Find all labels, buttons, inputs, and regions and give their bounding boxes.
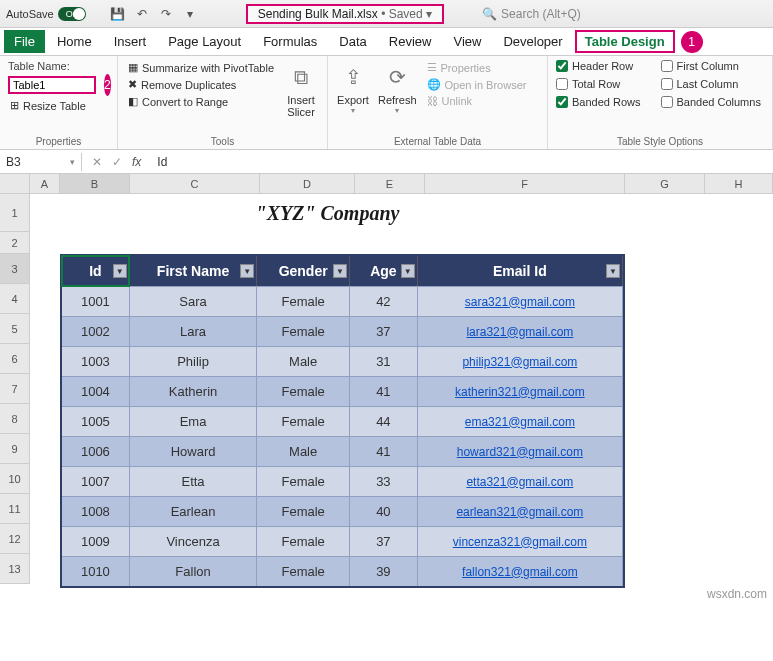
filter-icon[interactable]: ▼ <box>240 264 254 278</box>
cell-age[interactable]: 31 <box>350 346 418 376</box>
cell-firstname[interactable]: Ema <box>130 406 258 436</box>
table-row[interactable]: 1005EmaFemale44ema321@gmail.com <box>62 406 623 436</box>
cell-email[interactable]: earlean321@gmail.com <box>418 496 623 526</box>
th-id[interactable]: Id▼ <box>62 256 130 286</box>
cell-email[interactable]: vincenza321@gmail.com <box>418 526 623 556</box>
tab-view[interactable]: View <box>443 30 491 53</box>
undo-icon[interactable]: ↶ <box>134 6 150 22</box>
refresh-button[interactable]: ⟳Refresh▾ <box>378 60 417 134</box>
cell-id[interactable]: 1006 <box>62 436 130 466</box>
cell-email[interactable]: sara321@gmail.com <box>418 286 623 316</box>
chk-header-row[interactable]: Header Row <box>556 60 641 72</box>
cell-firstname[interactable]: Sara <box>130 286 258 316</box>
cell-email[interactable]: etta321@gmail.com <box>418 466 623 496</box>
row-12[interactable]: 12 <box>0 524 30 554</box>
cell-firstname[interactable]: Katherin <box>130 376 258 406</box>
cancel-icon[interactable]: ✕ <box>92 155 102 169</box>
col-C[interactable]: C <box>130 174 260 194</box>
save-icon[interactable]: 💾 <box>110 6 126 22</box>
row-9[interactable]: 9 <box>0 434 30 464</box>
cell-age[interactable]: 33 <box>350 466 418 496</box>
cell-firstname[interactable]: Earlean <box>130 496 258 526</box>
th-age[interactable]: Age▼ <box>350 256 418 286</box>
col-F[interactable]: F <box>425 174 625 194</box>
chk-first-column[interactable]: First Column <box>661 60 761 72</box>
chk-banded-rows[interactable]: Banded Rows <box>556 96 641 108</box>
cell-gender[interactable]: Female <box>257 496 350 526</box>
tab-review[interactable]: Review <box>379 30 442 53</box>
col-G[interactable]: G <box>625 174 705 194</box>
cell-gender[interactable]: Male <box>257 346 350 376</box>
table-row[interactable]: 1002LaraFemale37lara321@gmail.com <box>62 316 623 346</box>
cell-email[interactable]: ema321@gmail.com <box>418 406 623 436</box>
cell-id[interactable]: 1005 <box>62 406 130 436</box>
cell-id[interactable]: 1009 <box>62 526 130 556</box>
row-11[interactable]: 11 <box>0 494 30 524</box>
cell-gender[interactable]: Male <box>257 436 350 466</box>
col-H[interactable]: H <box>705 174 773 194</box>
row-6[interactable]: 6 <box>0 344 30 374</box>
row-13[interactable]: 13 <box>0 554 30 584</box>
name-box[interactable]: B3▾ <box>0 153 82 171</box>
tab-developer[interactable]: Developer <box>493 30 572 53</box>
cell-email[interactable]: katherin321@gmail.com <box>418 376 623 406</box>
col-B[interactable]: B <box>60 174 130 194</box>
cell-firstname[interactable]: Lara <box>130 316 258 346</box>
enter-icon[interactable]: ✓ <box>112 155 122 169</box>
table-row[interactable]: 1007EttaFemale33etta321@gmail.com <box>62 466 623 496</box>
cell-id[interactable]: 1007 <box>62 466 130 496</box>
fx-icon[interactable]: fx <box>132 155 141 169</box>
cell-age[interactable]: 37 <box>350 526 418 556</box>
table-row[interactable]: 1008EarleanFemale40earlean321@gmail.com <box>62 496 623 526</box>
cell-id[interactable]: 1002 <box>62 316 130 346</box>
cell-id[interactable]: 1003 <box>62 346 130 376</box>
row-1[interactable]: 1 <box>0 194 30 232</box>
cell-firstname[interactable]: Fallon <box>130 556 258 586</box>
cell-gender[interactable]: Female <box>257 376 350 406</box>
cell-age[interactable]: 40 <box>350 496 418 526</box>
tab-file[interactable]: File <box>4 30 45 53</box>
tab-data[interactable]: Data <box>329 30 376 53</box>
cell-id[interactable]: 1010 <box>62 556 130 586</box>
table-row[interactable]: 1009VincenzaFemale37vincenza321@gmail.co… <box>62 526 623 556</box>
search-box[interactable]: 🔍 Search (Alt+Q) <box>482 7 767 21</box>
cell-gender[interactable]: Female <box>257 316 350 346</box>
th-firstname[interactable]: First Name▼ <box>130 256 258 286</box>
row-8[interactable]: 8 <box>0 404 30 434</box>
th-email[interactable]: Email Id▼ <box>418 256 623 286</box>
tab-table-design[interactable]: Table Design <box>575 30 675 53</box>
select-all-cell[interactable] <box>0 174 30 194</box>
row-7[interactable]: 7 <box>0 374 30 404</box>
col-A[interactable]: A <box>30 174 60 194</box>
table-row[interactable]: 1003PhilipMale31philip321@gmail.com <box>62 346 623 376</box>
cell-age[interactable]: 44 <box>350 406 418 436</box>
cell-gender[interactable]: Female <box>257 466 350 496</box>
qat-dropdown-icon[interactable]: ▾ <box>182 6 198 22</box>
autosave-toggle[interactable]: AutoSave On <box>6 7 102 21</box>
col-E[interactable]: E <box>355 174 425 194</box>
filter-icon[interactable]: ▼ <box>401 264 415 278</box>
row-5[interactable]: 5 <box>0 314 30 344</box>
cell-gender[interactable]: Female <box>257 286 350 316</box>
chk-total-row[interactable]: Total Row <box>556 78 641 90</box>
tab-insert[interactable]: Insert <box>104 30 157 53</box>
cell-firstname[interactable]: Philip <box>130 346 258 376</box>
summarize-pivot-button[interactable]: ▦Summarize with PivotTable <box>126 60 276 75</box>
filter-icon[interactable]: ▼ <box>606 264 620 278</box>
cell-id[interactable]: 1001 <box>62 286 130 316</box>
cell-id[interactable]: 1008 <box>62 496 130 526</box>
cell-age[interactable]: 37 <box>350 316 418 346</box>
table-row[interactable]: 1001SaraFemale42sara321@gmail.com <box>62 286 623 316</box>
chk-last-column[interactable]: Last Column <box>661 78 761 90</box>
table-name-input[interactable] <box>8 76 96 94</box>
resize-table-button[interactable]: ⊞Resize Table <box>8 98 109 113</box>
cell-firstname[interactable]: Vincenza <box>130 526 258 556</box>
tab-page-layout[interactable]: Page Layout <box>158 30 251 53</box>
row-10[interactable]: 10 <box>0 464 30 494</box>
col-D[interactable]: D <box>260 174 355 194</box>
th-gender[interactable]: Gender▼ <box>257 256 350 286</box>
row-3[interactable]: 3 <box>0 254 30 284</box>
cell-id[interactable]: 1004 <box>62 376 130 406</box>
cell-age[interactable]: 41 <box>350 436 418 466</box>
cell-age[interactable]: 39 <box>350 556 418 586</box>
